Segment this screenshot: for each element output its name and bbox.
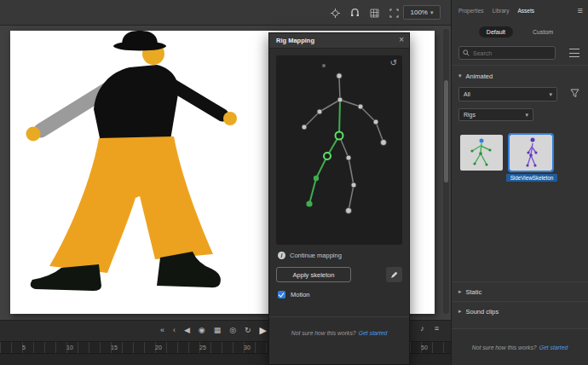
help-question: Not sure how this works?	[291, 330, 356, 336]
magnet-icon[interactable]	[348, 6, 362, 20]
edit-pencil-icon[interactable]	[386, 267, 402, 282]
rig-panel-title: Rig Mapping	[276, 37, 314, 44]
section-animated[interactable]: ▾ Animated	[452, 68, 588, 84]
panel-menu-icon[interactable]: ≡	[578, 5, 583, 15]
timeline-menu-icon[interactable]: ≡	[435, 325, 439, 333]
loop-icon[interactable]: ↻	[245, 327, 251, 334]
previous-keyframe-icon[interactable]: ‹	[173, 327, 176, 334]
tab-assets[interactable]: Assets	[518, 8, 535, 14]
category-dropdown[interactable]: All ▾	[458, 87, 557, 101]
rig-mapping-panel: Rig Mapping × ↺	[268, 32, 410, 365]
character-back-hand	[26, 127, 41, 142]
rig-status: i Continue mapping	[278, 252, 342, 259]
motion-row: Motion	[278, 291, 310, 298]
apply-skeleton-button[interactable]: Apply skeleton	[276, 267, 351, 282]
frame-number: 10	[66, 345, 73, 351]
chevron-down-icon: ▾	[430, 9, 434, 16]
character-right-boot	[157, 252, 221, 287]
section-sound-clips[interactable]: ▸ Sound clips	[452, 304, 588, 319]
reset-icon[interactable]: ↺	[390, 58, 397, 67]
close-icon[interactable]: ×	[399, 35, 404, 44]
rig-viewport[interactable]: ↺	[276, 55, 402, 245]
rig-help-text: Not sure how this works? Get started	[269, 330, 409, 336]
zoom-select[interactable]: 100% ▾	[403, 5, 441, 20]
asset-label[interactable]: SideViewSkeleton	[506, 174, 557, 182]
frame-number: 15	[111, 345, 118, 351]
mode-custom-button[interactable]: Custom	[525, 26, 561, 38]
front-skeleton-icon	[460, 135, 503, 171]
onion-skin-icon[interactable]: ◎	[229, 327, 236, 334]
type-dropdown[interactable]: Rigs ▾	[458, 108, 533, 121]
step-back-icon[interactable]: ◀	[184, 327, 190, 334]
section-static[interactable]: ▸ Static	[452, 284, 588, 299]
tab-properties[interactable]: Properties	[458, 8, 484, 14]
assets-panel: Properties Library Assets ≡ Default Cust…	[451, 0, 588, 365]
frame-number: 5	[22, 345, 26, 351]
chevron-down-icon: ▾	[549, 91, 552, 98]
motion-checkbox[interactable]	[278, 291, 285, 298]
chevron-down-icon: ▾	[525, 112, 528, 119]
center-frame-icon[interactable]	[328, 6, 343, 20]
chevron-down-icon: ▾	[458, 72, 462, 79]
scrollbar-thumb[interactable]	[444, 80, 448, 182]
top-toolbar: 100% ▾	[0, 0, 451, 26]
audio-icon[interactable]: ♪	[420, 325, 424, 333]
asset-thumbnail-sideviewskeleton[interactable]	[510, 135, 552, 171]
get-started-link[interactable]: Get started	[359, 330, 388, 336]
list-view-icon[interactable]	[569, 49, 579, 57]
filter-icon[interactable]	[570, 89, 579, 98]
rig-panel-header[interactable]: Rig Mapping ×	[269, 33, 409, 49]
jump-to-start-icon[interactable]: «	[160, 327, 164, 334]
section-animated-label: Animated	[466, 72, 493, 80]
frame-number: 30	[244, 345, 251, 351]
motion-label: Motion	[291, 291, 310, 298]
snap-corners-icon[interactable]	[387, 6, 401, 20]
category-value: All	[464, 91, 470, 97]
character-hat-brim	[113, 42, 166, 51]
frame-number: 25	[199, 345, 206, 351]
frame-number: 20	[155, 345, 162, 351]
frame-number: 50	[421, 345, 428, 351]
grid-icon[interactable]	[367, 6, 382, 20]
search-box[interactable]	[458, 46, 556, 60]
section-sound-label: Sound clips	[466, 308, 499, 316]
mode-default-button[interactable]: Default	[479, 26, 513, 38]
panel-help-text: Not sure how this works? Get started	[452, 328, 588, 365]
chevron-right-icon: ▸	[458, 308, 462, 315]
play-button[interactable]: ▶	[260, 326, 267, 335]
app-window: 100% ▾	[0, 0, 588, 365]
record-icon[interactable]: ◉	[199, 327, 205, 334]
section-static-label: Static	[466, 288, 482, 296]
tab-library[interactable]: Library	[493, 8, 510, 14]
type-value: Rigs	[464, 112, 476, 118]
character-left-boot	[31, 264, 101, 291]
character-front-hand	[223, 112, 237, 125]
zoom-value: 100%	[411, 9, 428, 16]
info-icon: i	[278, 252, 285, 259]
rig-skeleton	[276, 55, 402, 245]
canvas-vertical-scrollbar[interactable]	[443, 29, 449, 314]
rig-status-text: Continue mapping	[290, 252, 342, 259]
help-question: Not sure how this works?	[472, 345, 537, 351]
search-icon	[463, 49, 470, 56]
search-input[interactable]	[473, 50, 551, 56]
asset-thumbnail-frontskeleton[interactable]	[460, 135, 503, 171]
get-started-link[interactable]: Get started	[539, 345, 568, 351]
grid-view-icon[interactable]: ▦	[214, 327, 222, 334]
chevron-right-icon: ▸	[458, 288, 462, 295]
side-skeleton-icon	[510, 135, 552, 171]
